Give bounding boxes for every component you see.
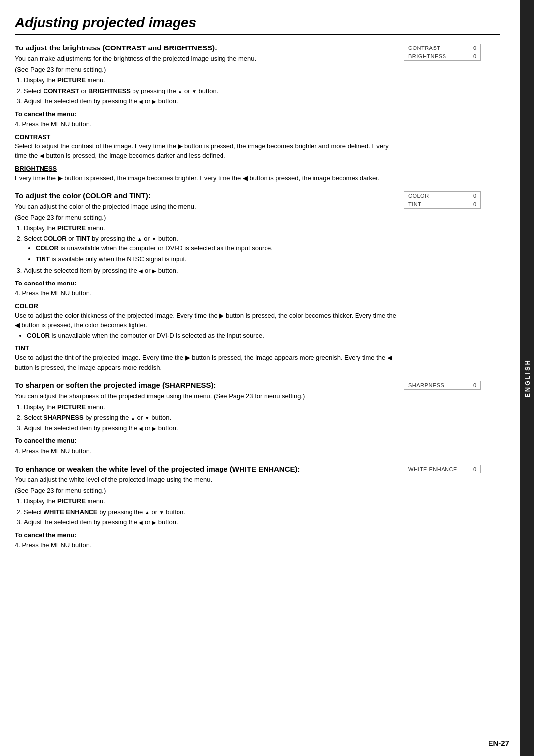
color-tint-menu-box: COLOR 0 TINT 0 bbox=[404, 191, 481, 209]
color-tint-intro: You can adjust the color of the projecte… bbox=[15, 202, 401, 212]
section-white-enhance: To enhance or weaken the white level of … bbox=[15, 465, 500, 550]
sharpness-menu-box: SHARPNESS 0 bbox=[404, 381, 481, 390]
step-1-ct: Display the PICTURE menu. bbox=[24, 223, 401, 233]
sharpness-menu-label: SHARPNESS bbox=[408, 382, 461, 388]
step-2-bc: Select CONTRAST or BRIGHTNESS by pressin… bbox=[24, 86, 401, 96]
contrast-menu-value: 0 bbox=[461, 45, 476, 51]
cancel-step-we: 4. Press the MENU button. bbox=[15, 540, 401, 550]
color-tint-steps: Display the PICTURE menu. Select COLOR o… bbox=[24, 223, 401, 276]
page-title: Adjusting projected images bbox=[15, 15, 500, 35]
cancel-step-sh: 4. Press the MENU button. bbox=[15, 446, 401, 456]
white-enhance-heading: To enhance or weaken the white level of … bbox=[15, 465, 401, 473]
color-menu-value: 0 bbox=[461, 193, 476, 199]
step-3-ct: Adjust the selected item by pressing the… bbox=[24, 266, 401, 276]
brightness-menu-label: BRIGHTNESS bbox=[408, 53, 461, 59]
contrast-brightness-menu-box: CONTRAST 0 BRIGHTNESS 0 bbox=[404, 44, 481, 61]
color-tint-bullets: COLOR is unavailable when the computer o… bbox=[36, 243, 401, 264]
white-enhance-see-page: (See Page 23 for menu setting.) bbox=[15, 486, 401, 496]
white-enhance-menu-box: WHITE ENHANCE 0 bbox=[404, 465, 481, 473]
brightness-contrast-heading: To adjust the brightness (CONTRAST and B… bbox=[15, 44, 401, 52]
color-sub-bullet: COLOR is unavailable when the computer o… bbox=[27, 331, 401, 341]
step-1-we: Display the PICTURE menu. bbox=[24, 496, 401, 506]
color-tint-heading: To adjust the color (COLOR and TINT): bbox=[15, 191, 401, 200]
brightness-contrast-intro: You can make adjustments for the brightn… bbox=[15, 54, 401, 64]
cancel-step-bc: 4. Press the MENU button. bbox=[15, 119, 401, 129]
sharpness-heading: To sharpen or soften the projected image… bbox=[15, 381, 401, 389]
brightness-desc: Every time the ▶ button is pressed, the … bbox=[15, 173, 401, 183]
white-enhance-menu-value: 0 bbox=[461, 466, 476, 472]
step-1-bc: Display the PICTURE menu. bbox=[24, 75, 401, 85]
color-tint-see-page: (See Page 23 for menu setting.) bbox=[15, 213, 401, 223]
section-color-tint-text: To adjust the color (COLOR and TINT): Yo… bbox=[15, 191, 401, 372]
step-3-we: Adjust the selected item by pressing the… bbox=[24, 518, 401, 527]
color-desc: Use to adjust the color thickness of the… bbox=[15, 311, 401, 330]
cancel-step-ct: 4. Press the MENU button. bbox=[15, 288, 401, 298]
section-sharpness: To sharpen or soften the projected image… bbox=[15, 381, 500, 456]
contrast-title: CONTRAST bbox=[15, 133, 401, 141]
sharpness-intro: You can adjust the sharpness of the proj… bbox=[15, 391, 401, 401]
brightness-title: BRIGHTNESS bbox=[15, 165, 401, 172]
white-enhance-menu-row: WHITE ENHANCE 0 bbox=[404, 465, 480, 473]
section-white-enhance-text: To enhance or weaken the white level of … bbox=[15, 465, 401, 550]
color-title: COLOR bbox=[15, 302, 401, 310]
sharpness-menu-value: 0 bbox=[461, 382, 476, 388]
page-number: EN-27 bbox=[488, 739, 509, 747]
color-bullet-1: COLOR is unavailable when the computer o… bbox=[36, 243, 401, 253]
cancel-menu-label-bc: To cancel the menu: bbox=[15, 109, 401, 119]
sharpness-menu-row: SHARPNESS 0 bbox=[404, 381, 480, 389]
cancel-menu-label-sh: To cancel the menu: bbox=[15, 436, 401, 446]
section-color-tint: To adjust the color (COLOR and TINT): Yo… bbox=[15, 191, 500, 372]
step-2-we: Select WHITE ENHANCE by pressing the ▲ o… bbox=[24, 507, 401, 517]
section-sharpness-text: To sharpen or soften the projected image… bbox=[15, 381, 401, 456]
section-brightness-contrast-text: To adjust the brightness (CONTRAST and B… bbox=[15, 44, 401, 183]
cancel-menu-label-ct: To cancel the menu: bbox=[15, 279, 401, 288]
page: ENGLISH Adjusting projected images To ad… bbox=[0, 0, 534, 756]
color-menu-row: COLOR 0 bbox=[404, 192, 480, 200]
tint-menu-label: TINT bbox=[408, 201, 461, 207]
tint-menu-value: 0 bbox=[461, 201, 476, 207]
step-1-sh: Display the PICTURE menu. bbox=[24, 402, 401, 412]
contrast-menu-row: CONTRAST 0 bbox=[404, 44, 480, 52]
tint-menu-row: TINT 0 bbox=[404, 200, 480, 208]
white-enhance-steps: Display the PICTURE menu. Select WHITE E… bbox=[24, 496, 401, 527]
step-2-ct: Select COLOR or TINT by pressing the ▲ o… bbox=[24, 234, 401, 264]
section-brightness-contrast: To adjust the brightness (CONTRAST and B… bbox=[15, 44, 500, 183]
step-3-bc: Adjust the selected item by pressing the… bbox=[24, 96, 401, 106]
color-menu-label: COLOR bbox=[408, 193, 461, 199]
sharpness-steps: Display the PICTURE menu. Select SHARPNE… bbox=[24, 402, 401, 433]
brightness-contrast-steps: Display the PICTURE menu. Select CONTRAS… bbox=[24, 75, 401, 106]
white-enhance-menu-label: WHITE ENHANCE bbox=[408, 466, 461, 472]
contrast-menu-label: CONTRAST bbox=[408, 45, 461, 51]
main-content: Adjusting projected images To adjust the… bbox=[15, 15, 500, 550]
brightness-contrast-see-page: (See Page 23 for menu setting.) bbox=[15, 65, 401, 75]
contrast-desc: Select to adjust the contrast of the ima… bbox=[15, 142, 401, 161]
color-sub-bullets: COLOR is unavailable when the computer o… bbox=[27, 331, 401, 341]
color-bullet-2: TINT is available only when the NTSC sig… bbox=[36, 254, 401, 264]
tint-title: TINT bbox=[15, 344, 401, 352]
brightness-menu-row: BRIGHTNESS 0 bbox=[404, 52, 480, 60]
language-bar: ENGLISH bbox=[520, 0, 534, 756]
step-3-sh: Adjust the selected item by pressing the… bbox=[24, 424, 401, 433]
tint-desc: Use to adjust the tint of the projected … bbox=[15, 353, 401, 372]
step-2-sh: Select SHARPNESS by pressing the ▲ or ▼ … bbox=[24, 413, 401, 423]
brightness-menu-value: 0 bbox=[461, 53, 476, 59]
white-enhance-intro: You can adjust the white level of the pr… bbox=[15, 475, 401, 485]
language-label: ENGLISH bbox=[524, 359, 531, 398]
cancel-menu-label-we: To cancel the menu: bbox=[15, 530, 401, 540]
